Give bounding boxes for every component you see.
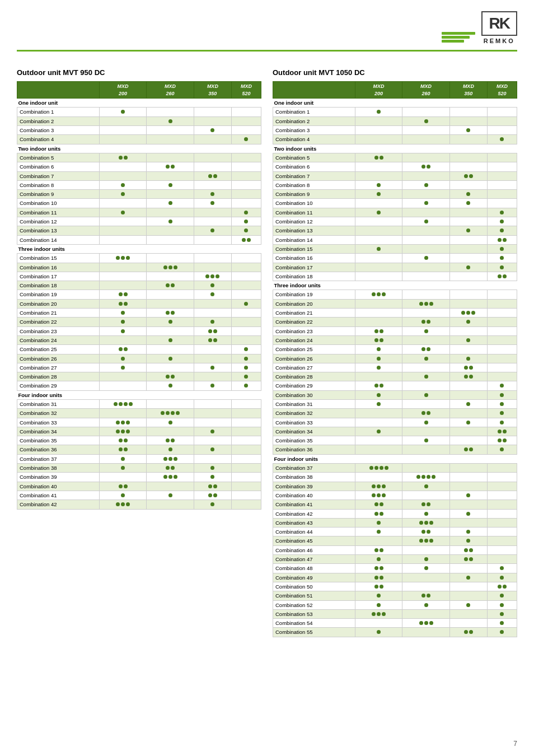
- combo-name: Combination 40: [17, 482, 100, 491]
- combo-name: Combination 26: [273, 354, 355, 363]
- combo-d200: [355, 345, 402, 354]
- combo-d520: [487, 244, 517, 253]
- combo-d200: [99, 254, 147, 263]
- combo-name: Combination 9: [17, 190, 100, 199]
- combo-d350: [449, 199, 487, 208]
- combo-d260: [402, 555, 450, 564]
- combo-d350: [194, 272, 231, 281]
- table-row: Combination 31: [17, 399, 261, 408]
- table-row: Combination 16: [17, 263, 261, 272]
- combo-d520: [487, 427, 517, 436]
- combo-d350: [449, 363, 487, 372]
- table-row: Combination 24: [273, 335, 517, 344]
- combo-d350: [194, 354, 231, 363]
- combo-d520: [231, 254, 261, 263]
- combo-d260: [147, 345, 194, 354]
- combo-d350: [194, 290, 231, 299]
- combo-d200: [99, 199, 147, 208]
- combo-d520: [487, 619, 517, 628]
- group-header-cell: Three indoor units: [17, 244, 261, 253]
- group-header-row: Three indoor units: [17, 244, 261, 253]
- combo-d200: [355, 263, 402, 272]
- combo-d350: [449, 399, 487, 408]
- combo-d200: [99, 418, 147, 427]
- combo-d260: [402, 564, 450, 573]
- table-row: Combination 4: [273, 135, 517, 144]
- combo-d350: [449, 545, 487, 554]
- combo-d200: [99, 326, 147, 335]
- table-row: Combination 22: [273, 318, 517, 326]
- combo-name: Combination 42: [17, 500, 100, 509]
- logo-bars: [442, 32, 475, 44]
- combo-d520: [231, 309, 261, 318]
- table-row: Combination 4: [17, 135, 261, 144]
- combo-d260: [402, 427, 450, 436]
- table-row: Combination 28: [273, 372, 517, 381]
- combo-d200: [355, 619, 402, 628]
- combo-d200: [99, 281, 147, 290]
- combo-d260: [402, 135, 450, 144]
- combo-d350: [449, 263, 487, 272]
- combo-d200: [99, 299, 147, 308]
- combo-name: Combination 9: [273, 190, 355, 199]
- combo-d200: [99, 482, 147, 491]
- combo-name: Combination 48: [273, 564, 355, 573]
- table-row: Combination 7: [17, 171, 261, 180]
- combo-d520: [231, 263, 261, 272]
- combo-name: Combination 28: [273, 372, 355, 381]
- combo-d520: [487, 609, 517, 618]
- combo-name: Combination 14: [17, 235, 100, 244]
- combo-name: Combination 3: [17, 126, 100, 135]
- combo-d350: [194, 418, 231, 427]
- combo-d260: [147, 162, 194, 171]
- combo-d520: [487, 326, 517, 335]
- combo-name: Combination 25: [273, 345, 355, 354]
- combo-d520: [231, 363, 261, 372]
- combo-d200: [355, 573, 402, 582]
- combo-d520: [487, 290, 517, 299]
- combo-d260: [402, 591, 450, 600]
- table-row: Combination 29: [273, 381, 517, 390]
- table-row: Combination 37: [17, 454, 261, 463]
- combo-d260: [402, 244, 450, 253]
- combo-d260: [402, 299, 450, 308]
- combo-d260: [402, 116, 450, 125]
- combo-d200: [355, 108, 402, 116]
- combo-d350: [449, 272, 487, 281]
- combo-d350: [194, 235, 231, 244]
- table-row: Combination 15: [17, 254, 261, 263]
- combo-d520: [487, 217, 517, 226]
- remko-logo-symbol: RK: [481, 11, 517, 36]
- combo-d520: [231, 281, 261, 290]
- table-row: Combination 3: [17, 126, 261, 135]
- combo-d520: [487, 555, 517, 564]
- combo-d350: [194, 208, 231, 217]
- combo-d200: [355, 509, 402, 518]
- combo-name: Combination 10: [273, 199, 355, 208]
- combo-d200: [355, 363, 402, 372]
- group-header-cell: Four indoor units: [273, 454, 517, 463]
- table-row: Combination 9: [17, 190, 261, 199]
- table-row: Combination 40: [17, 482, 261, 491]
- combo-d350: [449, 190, 487, 199]
- combo-d200: [99, 208, 147, 217]
- table-row: Combination 24: [17, 335, 261, 344]
- combo-d200: [99, 464, 147, 473]
- combo-d350: [194, 482, 231, 491]
- combo-d350: [194, 190, 231, 199]
- combo-name: Combination 6: [273, 162, 355, 171]
- combo-d520: [231, 335, 261, 344]
- table-row: Combination 9: [273, 190, 517, 199]
- combo-d200: [355, 226, 402, 235]
- combo-d200: [99, 171, 147, 180]
- combo-d350: [194, 116, 231, 125]
- combo-d260: [147, 500, 194, 509]
- combo-d520: [487, 573, 517, 582]
- combo-d520: [231, 153, 261, 162]
- table-row: Combination 40: [273, 491, 517, 500]
- combo-d520: [231, 299, 261, 308]
- combo-d200: [99, 217, 147, 226]
- combo-d520: [231, 436, 261, 445]
- combo-d520: [487, 500, 517, 509]
- combo-d200: [99, 108, 147, 116]
